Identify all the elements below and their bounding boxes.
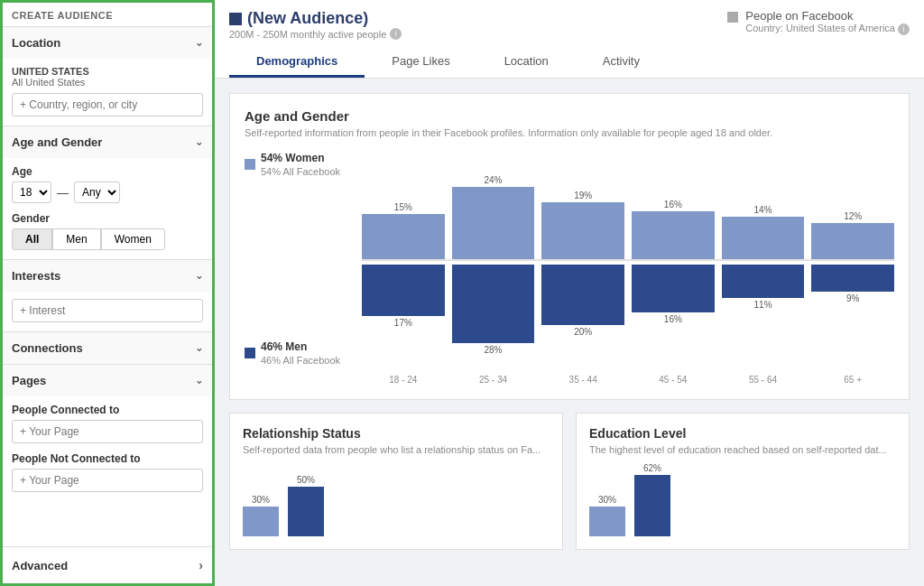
gender-all-button[interactable]: All — [12, 228, 52, 250]
bottom-sections: Relationship Status Self-reported data f… — [229, 413, 910, 550]
rel-bar — [288, 487, 324, 536]
tab-activity[interactable]: Activity — [576, 47, 667, 78]
sidebar-title: CREATE AUDIENCE — [3, 3, 212, 26]
education-title: Education Level — [589, 426, 896, 441]
men-bar-pct: 11% — [754, 300, 772, 310]
women-bar-group: 12% — [811, 151, 894, 259]
location-input[interactable] — [12, 93, 203, 116]
gender-women-button[interactable]: Women — [101, 228, 165, 250]
tabs: Demographics Page Likes Location Activit… — [229, 47, 910, 78]
people-connected-input[interactable] — [12, 420, 203, 443]
audience-title-text: (New Audience) — [247, 9, 368, 28]
bars-area: 15%24%19%16%14%12% 17%28%20%16%11%9% 18 … — [362, 151, 894, 385]
gender-buttons: All Men Women — [12, 228, 203, 250]
location-sub: All United States — [12, 77, 203, 88]
pages-header[interactable]: Pages ⌄ — [3, 365, 212, 396]
advanced-arrow-icon: › — [199, 558, 203, 572]
advanced-section[interactable]: Advanced › — [3, 546, 212, 583]
sidebar: CREATE AUDIENCE Location ⌄ UNITED STATES… — [0, 0, 215, 586]
audience-sub: 200M - 250M monthly active people i — [229, 28, 402, 40]
women-bar-pct: 24% — [485, 175, 503, 185]
pf-info-icon[interactable]: i — [898, 23, 910, 35]
men-bar-pct: 28% — [485, 345, 503, 355]
age-group-label: 55 - 64 — [722, 375, 805, 385]
gender-label: Gender — [12, 212, 203, 225]
education-desc: The highest level of education reached b… — [589, 444, 896, 455]
edu-bar-group: 30% — [589, 495, 625, 536]
women-color-icon — [245, 159, 255, 170]
women-bar-group: 16% — [632, 151, 715, 259]
age-gender-chart-desc: Self-reported information from people in… — [245, 127, 894, 138]
men-sub-label: 46% All Facebook — [261, 355, 340, 366]
age-gender-body: Age 18 — Any Gender All Men Women — [3, 158, 212, 259]
age-group-label: 45 - 54 — [632, 375, 715, 385]
audience-square-icon — [229, 13, 242, 25]
edu-bar — [634, 475, 670, 536]
interests-header[interactable]: Interests ⌄ — [3, 260, 212, 292]
edu-bar — [589, 507, 625, 536]
people-on-facebook: People on Facebook Country: United State… — [727, 9, 910, 35]
men-bar-group: 16% — [632, 265, 715, 355]
relationship-title: Relationship Status — [243, 426, 550, 441]
women-sub-label: 54% All Facebook — [261, 166, 340, 177]
rel-bar-group: 50% — [288, 475, 324, 536]
women-bar — [632, 211, 715, 259]
pages-chevron-icon: ⌄ — [195, 375, 203, 386]
connections-chevron-icon: ⌄ — [195, 342, 203, 354]
men-bar-group: 9% — [811, 265, 894, 355]
tab-location[interactable]: Location — [477, 47, 576, 78]
age-gender-section: Age and Gender ⌄ Age 18 — Any Gender All… — [3, 126, 212, 259]
location-country: UNITED STATES — [12, 66, 203, 77]
location-header[interactable]: Location ⌄ — [3, 27, 212, 59]
age-to-select[interactable]: Any — [74, 181, 120, 203]
pages-label: Pages — [12, 374, 46, 387]
men-bar-group: 11% — [722, 265, 805, 355]
legend-men-text: 46% Men 46% All Facebook — [261, 340, 340, 367]
tab-page-likes[interactable]: Page Likes — [365, 47, 476, 78]
rel-bar-group: 30% — [243, 495, 279, 536]
audience-info-icon[interactable]: i — [390, 28, 402, 40]
age-from-select[interactable]: 18 — [12, 181, 51, 203]
chart-legend: 54% Women 54% All Facebook 46% Men 46% A… — [245, 151, 353, 385]
interest-input[interactable] — [12, 299, 203, 322]
pf-box-icon — [727, 12, 738, 23]
demographics-content: Age and Gender Self-reported information… — [215, 79, 924, 564]
relationship-chart: 30%50% — [243, 464, 550, 536]
women-bar-pct: 19% — [574, 191, 592, 200]
age-gender-chevron-icon: ⌄ — [195, 136, 203, 148]
men-bar-pct: 16% — [664, 314, 682, 324]
age-group-label: 25 - 34 — [452, 375, 535, 385]
men-bar-pct: 20% — [574, 327, 592, 337]
men-bar — [632, 265, 715, 312]
age-group-label: 35 - 44 — [541, 375, 624, 385]
women-bar-group: 15% — [362, 151, 445, 259]
gender-men-button[interactable]: Men — [52, 228, 100, 250]
women-pct-label: 54% Women — [261, 152, 324, 164]
age-gender-header[interactable]: Age and Gender ⌄ — [3, 126, 212, 158]
location-label: Location — [12, 36, 60, 50]
interests-chevron-icon: ⌄ — [195, 270, 203, 282]
men-bar — [541, 265, 624, 325]
men-bar-pct: 9% — [846, 293, 859, 303]
women-bar-group: 14% — [722, 151, 805, 259]
people-connected-label: People Connected to — [12, 404, 203, 416]
connections-header[interactable]: Connections ⌄ — [3, 332, 212, 364]
people-not-connected-input[interactable] — [12, 469, 203, 492]
main-header: (New Audience) 200M - 250M monthly activ… — [215, 0, 924, 79]
women-bar — [541, 202, 624, 259]
audience-title: (New Audience) — [229, 9, 402, 28]
men-bar-group: 20% — [541, 265, 624, 355]
women-bar — [452, 187, 535, 259]
age-row: 18 — Any — [12, 181, 203, 203]
age-label: Age — [12, 165, 203, 178]
men-bar-group: 28% — [452, 265, 535, 355]
pf-label: People on Facebook — [745, 9, 910, 23]
main-content-area: (New Audience) 200M - 250M monthly activ… — [215, 0, 924, 586]
rel-bar — [243, 507, 279, 536]
people-not-connected-label: People Not Connected to — [12, 452, 203, 465]
interests-section: Interests ⌄ — [3, 259, 212, 331]
men-bar — [452, 265, 535, 343]
tab-demographics[interactable]: Demographics — [229, 47, 365, 78]
connections-label: Connections — [12, 341, 83, 355]
men-bar — [722, 265, 805, 298]
